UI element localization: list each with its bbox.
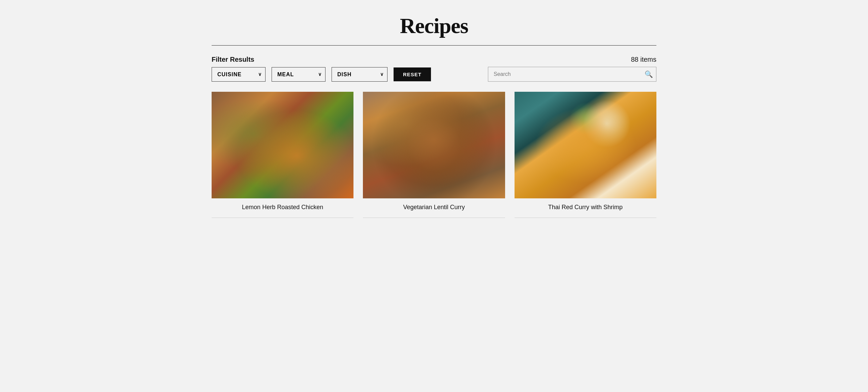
dish-dropdown[interactable]: DISH Soup Salad Main Course Side Dish Ap… [332,67,388,82]
recipe-title-chicken: Lemon Herb Roasted Chicken [212,198,353,218]
meal-dropdown[interactable]: MEAL Breakfast Lunch Dinner Snack Desser… [272,67,326,82]
recipe-image-thai-curry [515,92,656,198]
search-button[interactable]: 🔍 [645,70,653,78]
page-title: Recipes [212,13,656,38]
recipe-photo-chicken [212,92,353,198]
recipe-title-thai-curry: Thai Red Curry with Shrimp [515,198,656,218]
filter-label: Filter Results [212,56,254,63]
recipe-card-chicken[interactable]: Lemon Herb Roasted Chicken [212,92,353,218]
filter-bar: Filter Results 88 items [212,56,656,63]
recipe-divider-lentil [363,218,505,218]
recipe-title-lentil: Vegetarian Lentil Curry [363,198,505,218]
reset-button[interactable]: RESET [394,67,431,81]
search-icon: 🔍 [645,71,653,78]
header-divider [212,45,656,46]
recipe-photo-lentil [363,92,505,198]
recipe-card-lentil[interactable]: Vegetarian Lentil Curry [363,92,505,218]
item-count: 88 items [631,56,656,63]
cuisine-dropdown[interactable]: CUISINE Italian Mexican Thai American In… [212,67,266,82]
recipe-card-thai-curry[interactable]: Thai Red Curry with Shrimp [515,92,656,218]
recipe-divider-thai-curry [515,218,656,218]
meal-dropdown-wrapper[interactable]: MEAL Breakfast Lunch Dinner Snack Desser… [272,67,326,82]
dish-dropdown-wrapper[interactable]: DISH Soup Salad Main Course Side Dish Ap… [332,67,388,82]
search-input[interactable] [488,67,656,82]
page-header: Recipes [212,0,656,45]
recipe-image-lentil [363,92,505,198]
recipes-grid: Lemon Herb Roasted Chicken Vegetarian Le… [212,92,656,218]
cuisine-dropdown-wrapper[interactable]: CUISINE Italian Mexican Thai American In… [212,67,266,82]
filter-controls: CUISINE Italian Mexican Thai American In… [212,67,656,82]
search-wrapper: 🔍 [488,67,656,82]
recipe-divider-chicken [212,218,353,218]
recipe-image-chicken [212,92,353,198]
recipe-photo-thai-curry [515,92,656,198]
